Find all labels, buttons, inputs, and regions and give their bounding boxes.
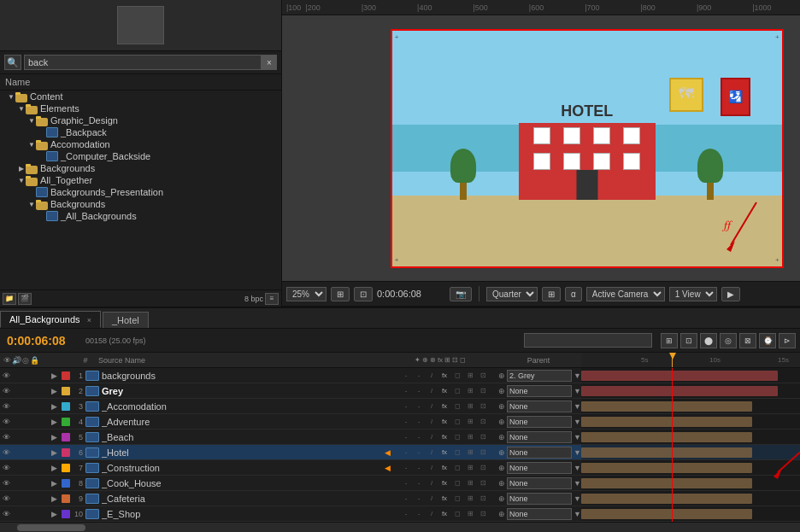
layer-expand-toggle[interactable]: ▶ (48, 414, 60, 430)
layer-expand-toggle[interactable]: ▶ (48, 383, 60, 399)
camera-btn[interactable]: 📷 (450, 287, 472, 301)
tl-tool-1[interactable]: ⊞ (661, 333, 678, 348)
layer-expand-toggle[interactable]: ▶ (48, 430, 60, 445)
layer-solo-toggle[interactable] (24, 368, 36, 383)
switch-3d[interactable]: ⊡ (477, 371, 489, 381)
layer-row[interactable]: 👁▶4_Adventure--/fx◻⊞⊡⊕None▼ (0, 414, 581, 430)
track-row-6[interactable] (581, 445, 800, 460)
layer-row-hotel[interactable]: 👁 ▶ 6 _Hotel ◀ --/fx◻⊞⊡ ⊕None▼ (0, 445, 581, 460)
tree-item-backgrounds-presentation[interactable]: Backgrounds_Presentation (27, 186, 281, 198)
quality-select[interactable]: Quarter (486, 287, 538, 301)
layer-row-construction[interactable]: 👁 ▶ 7 _Construction ◀ --/fx◻⊞⊡ ⊕None▼ (0, 460, 581, 476)
switch-shy[interactable]: - (400, 371, 412, 381)
tl-tool-7[interactable]: ⊳ (779, 333, 796, 348)
tab-all-backgrounds[interactable]: All_Backgrounds × (0, 311, 101, 328)
tab-close-icon[interactable]: × (87, 316, 91, 324)
snap-btn[interactable]: ⊡ (354, 287, 373, 301)
tl-tool-2[interactable]: ⊡ (680, 333, 697, 348)
layer-row[interactable]: 👁▶5_Beach--/fx◻⊞⊡⊕None▼ (0, 430, 581, 445)
tl-tool-3[interactable]: ⬤ (700, 333, 717, 348)
render-btn[interactable]: ▶ (721, 287, 740, 301)
switch-shy[interactable]: - (400, 386, 412, 396)
track-row-1[interactable] (581, 368, 800, 383)
layer-expand-toggle[interactable]: ▶ (48, 399, 60, 414)
tree-item-graphic-design[interactable]: ▼ Graphic_Design (27, 114, 281, 126)
layer-visibility-toggle[interactable]: 👁 (0, 368, 12, 383)
switch-mb[interactable]: ◻ (451, 386, 463, 396)
tree-item-all-backgrounds[interactable]: _All_Backgrounds (38, 210, 281, 222)
switch-collapse[interactable]: - (413, 386, 425, 396)
view-select[interactable]: 1 View (669, 287, 717, 301)
tab-hotel[interactable]: _Hotel (103, 312, 149, 328)
parent-dropdown[interactable]: ▼ (574, 387, 581, 395)
layer-row[interactable]: 👁▶10_E_Shop--/fx◻⊞⊡⊕None▼ (0, 506, 581, 522)
panel-menu-btn[interactable]: ≡ (265, 293, 279, 305)
layer-audio-toggle[interactable] (12, 368, 24, 383)
tl-tool-4[interactable]: ◎ (720, 333, 737, 348)
layer-expand-toggle[interactable]: ▶ (48, 368, 60, 383)
parent-link-icon[interactable]: ⊕ (498, 387, 505, 395)
layer-expand-toggle[interactable]: ▶ (48, 491, 60, 506)
layer-visibility-toggle[interactable]: 👁 (0, 491, 12, 506)
track-row-10[interactable] (581, 506, 800, 522)
layer-visibility-toggle[interactable]: 👁 (0, 383, 12, 399)
layer-visibility-toggle[interactable]: 👁 (0, 476, 12, 491)
switch-3d[interactable]: ⊡ (477, 386, 489, 396)
track-row-4[interactable] (581, 414, 800, 430)
grid-btn[interactable]: ⊞ (542, 287, 561, 301)
camera-select[interactable]: Active Camera (586, 287, 665, 301)
layer-lock-toggle[interactable] (36, 383, 48, 399)
tree-item-all-together[interactable]: ▼ All_Together (17, 174, 281, 186)
tree-item-backgrounds2[interactable]: ▼ Backgrounds (27, 198, 281, 210)
layer-row[interactable]: 👁 ▶ 1 backgrounds - - / fx ◻ ⊞ (0, 368, 581, 383)
switch-blend[interactable]: ⊞ (464, 386, 476, 396)
tree-item-content[interactable]: ▼ Content (7, 91, 281, 102)
track-row-7[interactable] (581, 460, 800, 476)
alpha-btn[interactable]: α (565, 287, 582, 301)
layer-solo-toggle[interactable] (24, 383, 36, 399)
search-icon[interactable]: 🔍 (4, 55, 21, 70)
layer-expand-toggle[interactable]: ▶ (48, 506, 60, 522)
layer-audio-toggle[interactable] (12, 383, 24, 399)
parent-link-icon[interactable]: ⊕ (498, 371, 505, 380)
layer-visibility-toggle[interactable]: 👁 (0, 399, 12, 414)
layer-visibility-toggle[interactable]: 👁 (0, 445, 12, 460)
tree-item-elements[interactable]: ▼ Elements (17, 102, 281, 114)
switch-fx[interactable]: fx (438, 386, 450, 396)
track-row-5[interactable] (581, 430, 800, 445)
new-folder-btn[interactable]: 📁 (3, 293, 16, 305)
layer-row[interactable]: 👁 ▶ 2 Grey - - / fx ◻ ⊞ (0, 383, 581, 399)
switch-mb[interactable]: ◻ (451, 371, 463, 381)
timeline-search-input[interactable] (524, 333, 652, 348)
layer-expand-toggle[interactable]: ▶ (48, 476, 60, 491)
tree-item-backgrounds1[interactable]: ▶ Backgrounds (17, 162, 281, 174)
search-input[interactable] (24, 55, 262, 70)
track-row-8[interactable] (581, 476, 800, 491)
tree-item-computer-backside[interactable]: _Computer_Backside (38, 150, 281, 162)
switch-fx[interactable]: fx (438, 371, 450, 381)
parent-dropdown[interactable]: ▼ (574, 371, 581, 380)
track-row-3[interactable] (581, 399, 800, 414)
layer-row[interactable]: 👁▶3_Accomodation--/fx◻⊞⊡⊕None▼ (0, 399, 581, 414)
scroll-thumb[interactable] (17, 524, 85, 531)
tree-item-accomodation[interactable]: ▼ Accomodation (27, 138, 281, 150)
layer-visibility-toggle[interactable]: 👁 (0, 506, 12, 522)
horizontal-scrollbar[interactable] (0, 522, 800, 532)
zoom-select[interactable]: 25% (286, 287, 326, 301)
layer-row[interactable]: 👁▶9_Cafeteria--/fx◻⊞⊡⊕None▼ (0, 491, 581, 506)
new-comp-btn[interactable]: 🎬 (18, 293, 32, 305)
layer-expand-toggle[interactable]: ▶ (48, 460, 60, 476)
tree-item-backpack[interactable]: _Backpack (38, 126, 281, 138)
fit-view-btn[interactable]: ⊞ (331, 287, 350, 301)
switch-quality[interactable]: / (426, 386, 438, 396)
layer-visibility-toggle[interactable]: 👁 (0, 414, 12, 430)
switch-blend[interactable]: ⊞ (464, 371, 476, 381)
tl-tool-6[interactable]: ⌚ (759, 333, 776, 348)
track-row-9[interactable] (581, 491, 800, 506)
switch-collapse[interactable]: - (413, 371, 425, 381)
layer-lock-toggle[interactable] (36, 368, 48, 383)
search-clear-button[interactable]: × (262, 55, 277, 70)
layer-visibility-toggle[interactable]: 👁 (0, 460, 12, 476)
switch-quality[interactable]: / (426, 371, 438, 381)
layer-expand-toggle[interactable]: ▶ (48, 445, 60, 460)
